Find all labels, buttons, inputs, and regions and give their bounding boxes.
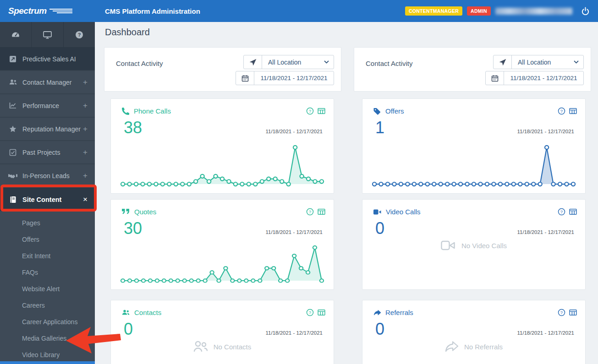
help-circle-icon[interactable]: ?: [306, 309, 314, 316]
card-title: Contacts: [134, 309, 161, 316]
sidebar-icon-tabs: ?: [0, 22, 95, 48]
location-select[interactable]: All Location: [493, 55, 584, 69]
table-view-icon[interactable]: [569, 309, 577, 316]
metric-card-offers: Offers ? 1 11/18/2021 - 12/17/2021: [362, 98, 586, 194]
date-range-input[interactable]: 11/18/2021 - 12/17/2021: [236, 71, 334, 85]
empty-state: No Referrals: [362, 341, 585, 353]
metric-card-video-calls: Video Calls ? 0 11/18/2021 - 12/17/2021 …: [362, 199, 586, 290]
submenu-item-exit-intent[interactable]: Exit Intent: [0, 248, 95, 264]
tag-icon: [373, 108, 381, 115]
sidebar-item-in-person-leads[interactable]: In-Person Leads +: [0, 164, 95, 188]
card-actions: ?: [306, 107, 325, 115]
sidebar-tab-help[interactable]: ?: [64, 22, 95, 47]
book-icon: [7, 196, 18, 203]
submenu-item-website-alert[interactable]: Website Alert: [0, 281, 95, 297]
calendar-icon: [486, 71, 504, 85]
close-icon[interactable]: ×: [83, 195, 88, 204]
expand-plus-icon[interactable]: +: [83, 125, 88, 134]
sidebar-item-label: Past Projects: [22, 149, 60, 156]
video-camera-outline-icon: [441, 240, 456, 251]
metric-value: 30: [124, 219, 142, 238]
contact-activity-panel-right: Contact Activity All Location 11/18/2021…: [354, 47, 591, 92]
contact-activity-panel-left: Contact Activity All Location 11/18/2021…: [104, 47, 341, 92]
table-view-icon[interactable]: [318, 309, 325, 316]
submenu-item-career-applications[interactable]: Career Applications: [0, 314, 95, 330]
logo-text: Spectrum: [8, 6, 47, 16]
card-title: Phone Calls: [134, 107, 171, 115]
card-actions: ?: [558, 107, 577, 115]
phone-icon: [122, 108, 129, 115]
cms-dashboard-screen: { "topbar": { "logo_text": "Spectrum", "…: [0, 0, 598, 364]
submenu-item-pages[interactable]: Pages: [0, 215, 95, 231]
empty-state-text: No Contacts: [214, 343, 252, 351]
location-select-value: All Location: [262, 55, 324, 69]
sidebar-item-predictive-sales-ai[interactable]: Predictive Sales AI: [0, 48, 95, 71]
sidebar-item-site-content[interactable]: Site Content ×: [0, 188, 95, 211]
panel-title: Contact Activity: [366, 60, 413, 67]
submenu-item-faqs[interactable]: FAQs: [0, 264, 95, 281]
share-arrow-icon: [373, 309, 381, 316]
submenu-item-careers[interactable]: Careers: [0, 297, 95, 314]
location-arrow-icon: [494, 55, 512, 69]
sidebar-item-reputation-manager[interactable]: Reputation Manager +: [0, 118, 95, 141]
sidebar-active-item-strip: [0, 361, 95, 364]
empty-state-text: No Referrals: [464, 343, 503, 351]
sidebar-item-label: Site Content: [22, 196, 61, 203]
metric-value: 1: [375, 118, 384, 137]
users-icon: [7, 79, 18, 86]
card-header: Offers: [373, 107, 404, 115]
table-view-icon[interactable]: [318, 107, 325, 115]
handshake-icon: [7, 173, 18, 179]
sidebar-item-label: Contact Manager: [22, 79, 71, 86]
help-circle-icon[interactable]: ?: [558, 208, 565, 216]
quotes-sparkline-chart: [118, 243, 326, 284]
metric-date-range: 11/18/2021 - 12/17/2021: [266, 129, 323, 134]
svg-text:?: ?: [560, 109, 563, 114]
help-circle-icon[interactable]: ?: [306, 107, 314, 115]
monitor-icon: [43, 30, 52, 39]
location-select[interactable]: All Location: [243, 55, 334, 69]
help-circle-icon[interactable]: ?: [558, 309, 565, 316]
metric-date-range: 11/18/2021 - 12/17/2021: [266, 229, 323, 235]
expand-plus-icon[interactable]: +: [83, 78, 88, 87]
help-circle-icon[interactable]: ?: [306, 208, 314, 216]
table-view-icon[interactable]: [569, 107, 577, 115]
sidebar-item-contact-manager[interactable]: Contact Manager +: [0, 71, 95, 94]
logout-power-button[interactable]: [580, 5, 591, 16]
date-range-value: 11/18/2021 - 12/17/2021: [504, 71, 583, 85]
metric-value: 0: [124, 320, 133, 339]
expand-plus-icon[interactable]: +: [83, 148, 88, 157]
help-circle-icon[interactable]: ?: [558, 107, 565, 115]
external-link-square-icon: [7, 55, 18, 63]
empty-state: No Contacts: [111, 341, 334, 353]
sidebar-item-performance[interactable]: Performance +: [0, 94, 95, 118]
expand-plus-icon[interactable]: +: [83, 171, 88, 180]
user-name-redacted: [495, 8, 572, 15]
table-view-icon[interactable]: [569, 208, 577, 216]
date-range-input[interactable]: 11/18/2021 - 12/17/2021: [485, 71, 584, 85]
sidebar-item-past-projects[interactable]: Past Projects +: [0, 141, 95, 164]
logo-speed-lines-icon: [49, 8, 73, 14]
topbar-right: CONTENTMANAGER ADMIN: [405, 5, 598, 16]
table-view-icon[interactable]: [318, 208, 325, 216]
submenu-item-video-library[interactable]: Video Library: [0, 347, 95, 363]
offers-sparkline-chart: [370, 142, 578, 188]
metric-card-phone-calls: Phone Calls ? 38 11/18/2021 - 12/17/2021: [110, 98, 334, 194]
panel-title: Contact Activity: [116, 60, 163, 67]
submenu-item-offers[interactable]: Offers: [0, 231, 95, 248]
calendar-icon: [236, 71, 254, 85]
share-arrow-outline-icon: [445, 341, 459, 353]
card-actions: ?: [306, 208, 325, 216]
sidebar-tab-desktop[interactable]: [32, 22, 63, 47]
check-square-icon: [7, 149, 18, 156]
expand-plus-icon[interactable]: +: [83, 101, 88, 110]
metric-card-referrals: Referrals ? 0 11/18/2021 - 12/17/2021 No…: [362, 300, 586, 364]
submenu-item-media-galleries[interactable]: Media Galleries: [0, 330, 95, 347]
chevron-down-icon: [324, 55, 334, 69]
card-header: Contacts: [122, 309, 161, 316]
card-header: Referrals: [373, 309, 413, 316]
sidebar-tab-dashboard[interactable]: [0, 22, 32, 47]
empty-state-text: No Video Calls: [461, 242, 507, 250]
role-badge-contentmanager: CONTENTMANAGER: [405, 6, 462, 16]
metric-value: 38: [124, 118, 142, 137]
